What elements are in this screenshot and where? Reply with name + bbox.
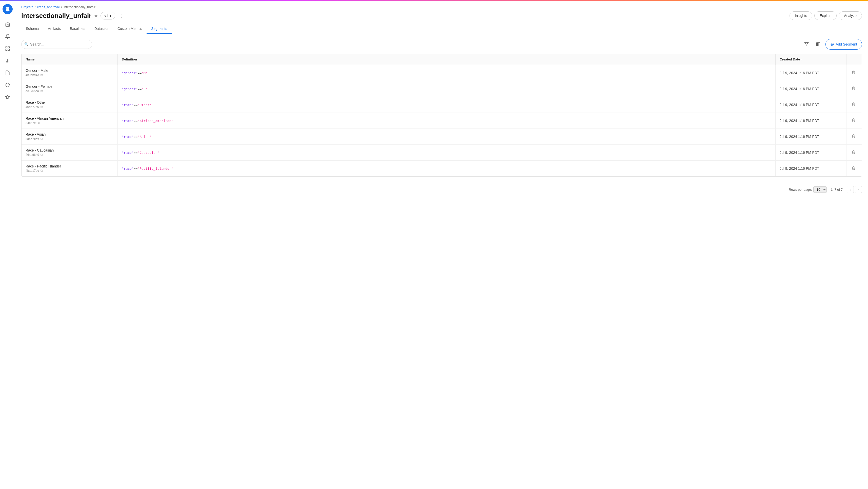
sidebar-grid-icon[interactable] (3, 43, 13, 54)
sidebar-refresh-icon[interactable] (3, 80, 13, 90)
delete-segment-button[interactable] (850, 165, 857, 172)
more-options-icon[interactable]: ⋮ (119, 13, 124, 19)
cell-name: Race - Asian da567b56 ⧉ (22, 129, 118, 144)
version-dropdown[interactable]: v1 ▾ (100, 12, 115, 20)
definition-text: "gender"=='F' (122, 87, 148, 91)
breadcrumb-current: intersectionally_unfair (64, 5, 95, 9)
cell-created-date: Jul 9, 2024 1:16 PM PDT (776, 65, 846, 81)
copy-id-icon[interactable]: ⧉ (40, 169, 43, 173)
sidebar-home-icon[interactable] (3, 19, 13, 29)
definition-text: "gender"=='M' (122, 71, 148, 75)
insights-button[interactable]: Insights (789, 11, 812, 20)
def-val: 'M' (142, 71, 147, 75)
breadcrumb-sep1: / (35, 5, 36, 9)
next-page-button[interactable]: › (855, 186, 862, 193)
explain-button[interactable]: Explain (814, 11, 837, 20)
created-date: Jul 9, 2024 1:16 PM PDT (780, 135, 819, 139)
columns-icon[interactable] (814, 40, 823, 48)
analyze-button[interactable]: Analyze (839, 11, 862, 20)
svg-marker-8 (805, 42, 808, 46)
filter-icon[interactable] (802, 40, 811, 48)
rows-per-page: Rows per page: 10 25 50 (789, 187, 827, 193)
segment-id: 40de77c5 (26, 105, 39, 109)
sidebar-chart-icon[interactable] (3, 56, 13, 66)
column-created-date[interactable]: Created Date ↓ (776, 54, 846, 65)
search-input[interactable] (21, 40, 92, 49)
tab-custom-metrics[interactable]: Custom Metrics (113, 24, 147, 34)
search-icon: 🔍 (24, 42, 29, 46)
def-val: 'Other' (138, 103, 152, 107)
table-row: Gender - Female d31765ca ⧉ "gender"=='F'… (22, 81, 862, 97)
sidebar-document-icon[interactable] (3, 68, 13, 78)
breadcrumb-projects[interactable]: Projects (21, 5, 33, 9)
sidebar-star-icon[interactable] (3, 92, 13, 102)
header-actions: Insights Explain Analyze (789, 11, 862, 20)
tab-datasets[interactable]: Datasets (90, 24, 113, 34)
cell-name: Gender - Female d31765ca ⧉ (22, 81, 118, 97)
copy-id-icon[interactable]: ⧉ (40, 105, 43, 109)
cell-definition: "race"=='Caucasian' (118, 145, 776, 160)
prev-page-button[interactable]: ‹ (847, 186, 854, 193)
page-navigation: ‹ › (847, 186, 862, 193)
search-wrapper: 🔍 (21, 40, 92, 49)
add-segment-label: Add Segment (836, 42, 857, 46)
delete-segment-button[interactable] (850, 85, 857, 92)
def-key: "race" (122, 167, 134, 170)
app-logo[interactable] (3, 4, 13, 14)
cell-actions (846, 65, 862, 81)
segment-name: Race - Pacific Islander (26, 164, 61, 168)
tab-artifacts[interactable]: Artifacts (43, 24, 65, 34)
cell-definition: "race"=='Other' (118, 97, 776, 112)
segment-id: 26add649 (26, 153, 39, 157)
copy-id-icon[interactable]: ⧉ (40, 153, 43, 157)
created-date: Jul 9, 2024 1:16 PM PDT (780, 119, 819, 123)
def-key: "race" (122, 135, 134, 139)
def-key: "gender" (122, 87, 138, 91)
segment-name: Gender - Female (26, 85, 53, 89)
delete-segment-button[interactable] (850, 133, 857, 140)
copy-id-icon[interactable]: ⧉ (40, 137, 43, 141)
delete-segment-button[interactable] (850, 117, 857, 124)
column-name: Name (22, 54, 118, 65)
cell-created-date: Jul 9, 2024 1:16 PM PDT (776, 161, 846, 176)
cell-definition: "race"=='Asian' (118, 129, 776, 144)
created-date: Jul 9, 2024 1:16 PM PDT (780, 71, 819, 75)
breadcrumb-project[interactable]: credit_approval (37, 5, 60, 9)
created-date: Jul 9, 2024 1:16 PM PDT (780, 87, 819, 91)
def-op: == (134, 167, 138, 170)
delete-segment-button[interactable] (850, 149, 857, 156)
page-info: 1–7 of 7 (831, 188, 843, 192)
title-left: intersectionally_unfair ★ v1 ▾ ⋮ (21, 12, 124, 20)
content-area: 🔍 ⊕ Add Segment (15, 34, 868, 182)
toolbar-right: ⊕ Add Segment (802, 39, 862, 50)
created-date: Jul 9, 2024 1:16 PM PDT (780, 166, 819, 170)
copy-id-icon[interactable]: ⧉ (38, 121, 40, 125)
def-op: == (134, 103, 138, 107)
segment-id: da567b56 (26, 137, 39, 141)
copy-id-icon[interactable]: ⧉ (40, 73, 43, 77)
sidebar-notifications-icon[interactable] (3, 31, 13, 41)
table-row: Race - Asian da567b56 ⧉ "race"=='Asian' … (22, 129, 862, 145)
sort-icon: ↓ (801, 58, 802, 61)
copy-id-icon[interactable]: ⧉ (40, 89, 43, 93)
def-op: == (134, 151, 138, 155)
add-icon: ⊕ (830, 41, 834, 47)
cell-name: Gender - Male 4b9dbd4d ⧉ (22, 65, 118, 81)
version-label: v1 (104, 14, 108, 18)
delete-segment-button[interactable] (850, 101, 857, 108)
created-date: Jul 9, 2024 1:16 PM PDT (780, 103, 819, 107)
tab-segments[interactable]: Segments (147, 24, 172, 34)
cell-created-date: Jul 9, 2024 1:16 PM PDT (776, 97, 846, 112)
table-header: Name Definition Created Date ↓ (22, 54, 862, 65)
table-row: Race - Caucasian 26add649 ⧉ "race"=='Cau… (22, 145, 862, 161)
svg-marker-7 (5, 95, 10, 99)
tab-baselines[interactable]: Baselines (65, 24, 90, 34)
segment-id: 4b9dbd4d (26, 73, 39, 77)
sidebar (0, 1, 15, 489)
cell-actions (846, 97, 862, 112)
add-segment-button[interactable]: ⊕ Add Segment (826, 39, 862, 50)
tab-schema[interactable]: Schema (21, 24, 43, 34)
delete-segment-button[interactable] (850, 69, 857, 76)
rows-per-page-select[interactable]: 10 25 50 (813, 187, 827, 193)
favorite-star-icon[interactable]: ★ (94, 13, 98, 19)
